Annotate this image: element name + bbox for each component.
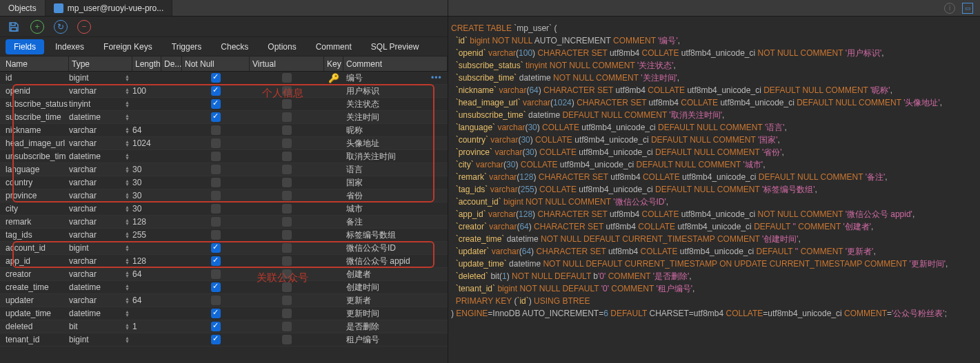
field-name[interactable]: updater (0, 295, 69, 305)
notnull-checkbox[interactable] (182, 230, 250, 240)
field-comment[interactable]: 租户编号 (343, 334, 431, 346)
notnull-checkbox[interactable] (182, 125, 250, 136)
field-comment[interactable]: 更新者 (343, 295, 431, 307)
stepper-icon[interactable]: ▲▼ (125, 218, 130, 225)
field-name[interactable]: province (0, 191, 69, 200)
field-length[interactable]: 30 (132, 191, 161, 200)
notnull-checkbox[interactable] (182, 322, 250, 332)
field-comment[interactable]: 取消关注时间 (343, 151, 431, 163)
stepper-icon[interactable]: ▲▼ (125, 114, 130, 121)
subtab-options[interactable]: Options (259, 39, 304, 54)
field-comment[interactable]: 头像地址 (343, 138, 431, 149)
table-row[interactable]: tenant_idbigint▲▼租户编号 (0, 333, 448, 346)
notnull-checkbox[interactable] (182, 86, 250, 96)
table-row[interactable]: head_image_urlvarchar▲▼1024头像地址 (0, 137, 448, 150)
fields-grid[interactable]: 个人信息 关联公众号 idbigint▲▼🔑编号•••openidvarchar… (0, 72, 448, 363)
virtual-checkbox[interactable] (250, 269, 324, 280)
stepper-icon[interactable]: ▲▼ (125, 297, 130, 304)
virtual-checkbox[interactable] (250, 125, 324, 136)
field-name[interactable]: app_id (0, 256, 69, 266)
virtual-checkbox[interactable] (250, 112, 324, 123)
stepper-icon[interactable]: ▲▼ (125, 205, 130, 212)
field-comment[interactable]: 微信公众号ID (343, 242, 431, 254)
table-row[interactable]: create_timedatetime▲▼创建时间 (0, 281, 448, 294)
field-comment[interactable]: 微信公众号 appid (343, 256, 431, 267)
field-type[interactable]: varchar▲▼ (69, 256, 132, 266)
field-name[interactable]: city (0, 204, 69, 214)
field-name[interactable]: head_image_url (0, 138, 69, 148)
virtual-checkbox[interactable] (250, 243, 324, 253)
col-virtual[interactable]: Virtual (250, 56, 324, 71)
field-comment[interactable]: 昵称 (343, 125, 431, 136)
subtab-indexes[interactable]: Indexes (47, 39, 92, 54)
field-name[interactable]: nickname (0, 125, 69, 135)
field-name[interactable]: remark (0, 217, 69, 227)
field-name[interactable]: account_id (0, 243, 69, 253)
col-type[interactable]: Type (69, 56, 132, 71)
field-type[interactable]: varchar▲▼ (69, 204, 132, 214)
field-type[interactable]: varchar▲▼ (69, 191, 132, 200)
notnull-checkbox[interactable] (182, 295, 250, 306)
field-name[interactable]: openid (0, 86, 69, 96)
field-type[interactable]: varchar▲▼ (69, 86, 132, 96)
field-length[interactable]: 128 (132, 217, 161, 227)
subtab-sql-preview[interactable]: SQL Preview (363, 39, 428, 54)
col-key[interactable]: Key (324, 56, 343, 71)
virtual-checkbox[interactable] (250, 256, 324, 267)
notnull-checkbox[interactable] (182, 309, 250, 319)
stepper-icon[interactable]: ▲▼ (125, 140, 130, 147)
col-decimals[interactable]: De... (161, 56, 182, 71)
field-length[interactable]: 30 (132, 165, 161, 174)
virtual-checkbox[interactable] (250, 295, 324, 306)
add-field-button[interactable]: ＋ (30, 20, 44, 34)
virtual-checkbox[interactable] (250, 217, 324, 227)
notnull-checkbox[interactable] (182, 191, 250, 201)
col-notnull[interactable]: Not Null (182, 56, 250, 71)
more-icon[interactable]: ••• (431, 73, 448, 83)
stepper-icon[interactable]: ▲▼ (125, 284, 130, 291)
subtab-comment[interactable]: Comment (308, 39, 360, 54)
table-row[interactable]: remarkvarchar▲▼128备注 (0, 216, 448, 229)
col-comment[interactable]: Comment (343, 56, 448, 71)
field-type[interactable]: varchar▲▼ (69, 178, 132, 187)
notnull-checkbox[interactable] (182, 282, 250, 293)
field-name[interactable]: tag_ids (0, 230, 69, 240)
stepper-icon[interactable]: ▲▼ (125, 74, 130, 81)
field-name[interactable]: id (0, 73, 69, 83)
table-row[interactable]: unsubscribe_timdatetime▲▼取消关注时间 (0, 150, 448, 163)
field-name[interactable]: deleted (0, 322, 69, 331)
table-row[interactable]: countryvarchar▲▼30国家 (0, 176, 448, 189)
stepper-icon[interactable]: ▲▼ (125, 245, 130, 251)
sql-preview[interactable]: CREATE TABLE `mp_user` ( `id` bigint NOT… (448, 17, 980, 363)
field-length[interactable]: 30 (132, 178, 161, 187)
table-row[interactable]: provincevarchar▲▼30省份 (0, 189, 448, 203)
field-type[interactable]: tinyint▲▼ (69, 99, 132, 109)
table-row[interactable]: app_idvarchar▲▼128微信公众号 appid (0, 255, 448, 268)
table-row[interactable]: languagevarchar▲▼30语言 (0, 163, 448, 176)
notnull-checkbox[interactable] (182, 138, 250, 149)
table-row[interactable]: openidvarchar▲▼100用户标识 (0, 85, 448, 98)
field-length[interactable]: 255 (132, 230, 161, 240)
table-row[interactable]: creatorvarchar▲▼64创建者 (0, 268, 448, 281)
field-type[interactable]: varchar▲▼ (69, 230, 132, 240)
field-length[interactable]: 100 (132, 86, 161, 96)
stepper-icon[interactable]: ▲▼ (125, 310, 130, 317)
field-length[interactable]: 64 (132, 269, 161, 279)
table-row[interactable]: idbigint▲▼🔑编号••• (0, 72, 448, 85)
field-type[interactable]: datetime▲▼ (69, 282, 132, 292)
table-row[interactable]: updatervarchar▲▼64更新者 (0, 294, 448, 307)
notnull-checkbox[interactable] (182, 217, 250, 227)
virtual-checkbox[interactable] (250, 138, 324, 149)
field-comment[interactable]: 关注时间 (343, 112, 431, 123)
field-type[interactable]: varchar▲▼ (69, 125, 132, 135)
refresh-button[interactable]: ↻ (54, 20, 68, 34)
field-type[interactable]: bit▲▼ (69, 322, 132, 331)
field-type[interactable]: varchar▲▼ (69, 269, 132, 279)
field-name[interactable]: creator (0, 269, 69, 279)
field-type[interactable]: bigint▲▼ (69, 73, 132, 83)
field-length[interactable]: 1 (132, 322, 161, 331)
field-comment[interactable]: 更新时间 (343, 308, 431, 320)
table-row[interactable]: cityvarchar▲▼30城市 (0, 203, 448, 216)
table-row[interactable]: nicknamevarchar▲▼64昵称 (0, 124, 448, 137)
virtual-checkbox[interactable] (250, 204, 324, 214)
